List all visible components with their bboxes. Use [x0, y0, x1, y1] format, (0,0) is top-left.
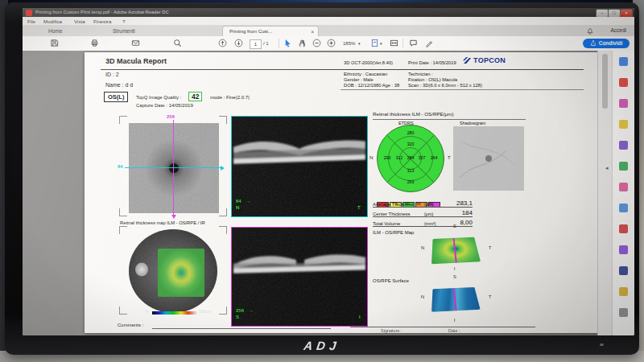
scrollbar-thumb[interactable] — [602, 54, 608, 109]
etdrs-grid: 280 320 290 312 284 307 264 313 269 N T — [377, 125, 444, 192]
export-pdf-icon[interactable] — [619, 57, 628, 66]
tab-close-icon[interactable]: × — [311, 29, 314, 35]
tab-home[interactable]: Home — [48, 28, 62, 34]
power-led — [600, 343, 604, 346]
patient-name: Name : d d — [105, 82, 133, 88]
email-icon[interactable] — [131, 39, 140, 47]
window-titlebar: Printing from Custom Print temp.pdf - Ad… — [23, 8, 634, 17]
scan-protocol: Scan : 3D(6.0 x 6.0mm - 512 x 128) — [408, 83, 482, 88]
tabbar: Home Strumenti Printing from Cust... × A… — [23, 25, 634, 36]
print-date: Print Date : 14/05/2019 — [408, 60, 456, 65]
screen: Printing from Custom Print temp.pdf - Ad… — [23, 8, 634, 335]
send-review-icon[interactable] — [619, 204, 628, 212]
hline-label: 64 — [118, 164, 123, 170]
topcon-logo: TOPCON — [463, 56, 506, 64]
organize-pages-icon[interactable] — [619, 162, 628, 171]
sign-in-link[interactable]: Accedi — [610, 27, 626, 33]
close-button[interactable]: × — [620, 9, 633, 18]
stamp-icon[interactable] — [619, 224, 628, 233]
bscan-v-inferior: I — [359, 315, 361, 319]
fixation: Fixation : OS(L) Macula — [408, 77, 457, 82]
ilm-surface-map — [431, 237, 481, 265]
measurement-row-average: Average Thickness (μm) 283,1 — [373, 198, 473, 208]
comment-icon[interactable] — [409, 39, 418, 47]
menu-view[interactable]: Vista — [74, 19, 85, 24]
print-icon[interactable] — [90, 39, 99, 47]
avg-thickness-label: Average Thickness — [373, 202, 424, 207]
zoom-out-icon[interactable] — [312, 39, 321, 47]
etdrs-value-superior-inner: 320 — [402, 142, 419, 146]
ilm-map-nasal: N — [421, 245, 424, 250]
rpe-map-inferior: I — [454, 318, 456, 323]
bscan-h-temporal: T — [357, 205, 361, 210]
edit-pdf-icon[interactable] — [619, 99, 628, 108]
page-number-input[interactable]: 1 — [250, 39, 262, 49]
total-volume-unit: (mm³) — [424, 221, 444, 226]
bscan-v-superior: S — [236, 315, 239, 319]
ilm-map-superior: S — [453, 224, 456, 228]
device-version: 3D OCT-2000(Ver.8.40) — [344, 60, 393, 65]
measure-icon[interactable] — [619, 266, 628, 275]
create-pdf-icon[interactable] — [619, 78, 628, 87]
total-volume-value: 8,00 — [460, 219, 473, 226]
panel-collapse-icon[interactable]: ◂ — [605, 165, 609, 171]
bell-icon[interactable] — [586, 27, 594, 35]
thickness-map-image — [127, 229, 219, 316]
ilm-map-inferior: I — [454, 266, 456, 271]
patient-dob: DOB : 12/12/1980 Age : 38 — [344, 83, 399, 88]
comments-label: Comments : — [118, 323, 143, 328]
topq-value: 42 — [188, 92, 202, 101]
menu-edit[interactable]: Modifica — [43, 19, 62, 24]
menu-help[interactable]: ? — [122, 19, 125, 24]
tab-document[interactable]: Printing from Cust... × — [222, 26, 319, 37]
hand-tool-icon[interactable] — [298, 39, 307, 47]
certificates-icon[interactable] — [619, 245, 628, 254]
maximize-button[interactable]: □ — [608, 9, 621, 18]
share-button[interactable]: Condividi — [583, 39, 630, 49]
sign-pen-icon[interactable] — [425, 39, 434, 47]
monitor: Printing from Custom Print temp.pdf - Ad… — [5, 2, 639, 355]
minimize-button[interactable]: – — [596, 9, 609, 18]
rpe-surface-title: OS/RPE Surface — [373, 278, 409, 284]
page-up-icon[interactable] — [218, 39, 227, 47]
rpe-map-nasal: N — [421, 294, 424, 299]
bscan-vertical: 256 → S I — [231, 227, 368, 327]
page-down-icon[interactable] — [234, 39, 243, 47]
scan-hline — [125, 167, 221, 168]
scan-mode: mode : Fine(2.0.7) — [210, 95, 250, 101]
avg-thickness-value: 283,1 — [456, 200, 473, 207]
report-page: 3D Macula Report 3D OCT-2000(Ver.8.40) P… — [85, 52, 600, 333]
rpe-surface-map — [431, 287, 481, 312]
more-tools-icon[interactable] — [619, 308, 628, 317]
tools-panel: ◂ — [612, 51, 634, 335]
comment-tool-icon[interactable] — [619, 120, 628, 129]
protect-icon[interactable] — [619, 287, 628, 296]
menu-file[interactable]: File — [27, 19, 35, 24]
signature-label: Signature : — [381, 328, 402, 333]
thickness-scale-min: 0 — [146, 310, 148, 315]
zoom-level-select[interactable]: 185% — [343, 41, 355, 46]
toolbar: 1 / 1 185% ▾ ▾ — [23, 36, 634, 51]
combine-files-icon[interactable] — [619, 141, 628, 150]
fill-sign-icon[interactable] — [619, 183, 628, 191]
search-icon[interactable] — [173, 39, 182, 47]
patient-id: ID : 2 — [105, 72, 119, 78]
menu-window[interactable]: Finestra — [93, 19, 111, 24]
etdrs-section-title: Retinal thickness ILM - OS/RPE(μm) — [373, 112, 454, 117]
tab-tools[interactable]: Strumenti — [113, 28, 135, 34]
rpe-map-superior: S — [453, 274, 456, 279]
scan-hline-arrow-icon — [221, 166, 225, 171]
zoom-caret-icon[interactable]: ▾ — [358, 41, 361, 46]
map-scanline — [453, 237, 458, 265]
center-thickness-unit: (μm) — [424, 212, 444, 216]
zoom-in-icon[interactable] — [327, 39, 336, 47]
fit-caret-icon[interactable]: ▾ — [380, 41, 382, 46]
page-fit-icon[interactable] — [370, 39, 379, 47]
select-tool-icon[interactable] — [283, 39, 292, 47]
center-thickness-value: 184 — [462, 209, 473, 216]
fit-width-icon[interactable] — [390, 39, 398, 47]
save-icon[interactable] — [50, 39, 59, 47]
measurement-row-volume: Total Volume (mm³) 8,00 — [373, 217, 473, 227]
scrollbar[interactable] — [597, 51, 613, 335]
bscan-horizontal: 64 → N T — [231, 116, 368, 217]
